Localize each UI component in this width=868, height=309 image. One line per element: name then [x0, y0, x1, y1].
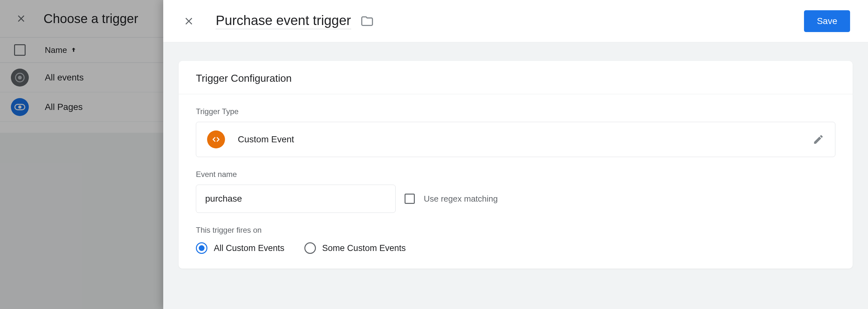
trigger-type-value: Custom Event	[238, 134, 800, 145]
editor-header: Purchase event trigger Save	[163, 0, 868, 42]
name-column-label: Name	[45, 45, 67, 55]
event-name-input[interactable]	[196, 185, 396, 213]
editor-body: Trigger Configuration Trigger Type Custo…	[163, 42, 868, 309]
close-icon[interactable]	[14, 11, 28, 26]
card-title: Trigger Configuration	[179, 61, 852, 94]
radio-label: All Custom Events	[214, 243, 284, 253]
trigger-type-section: Trigger Type Custom Event	[179, 94, 852, 157]
all-events-icon	[11, 68, 29, 87]
radio-some-custom-events[interactable]: Some Custom Events	[304, 242, 406, 254]
event-name-section: Event name Use regex matching	[179, 157, 852, 213]
trigger-name-input[interactable]: Purchase event trigger	[216, 13, 351, 29]
trigger-type-label: Trigger Type	[196, 107, 835, 116]
radio-icon	[196, 242, 208, 254]
radio-all-custom-events[interactable]: All Custom Events	[196, 242, 284, 254]
trigger-row-label: All events	[45, 73, 84, 83]
trigger-configuration-card: Trigger Configuration Trigger Type Custo…	[179, 61, 852, 269]
event-name-label: Event name	[196, 170, 835, 179]
pencil-icon[interactable]	[813, 134, 824, 145]
close-icon[interactable]	[181, 13, 196, 29]
fires-on-label: This trigger fires on	[196, 226, 835, 235]
save-button[interactable]: Save	[804, 10, 850, 32]
name-column-header[interactable]: Name	[45, 45, 77, 55]
regex-checkbox-label: Use regex matching	[424, 194, 498, 204]
trigger-row-label: All Pages	[45, 102, 83, 112]
radio-label: Some Custom Events	[322, 243, 406, 253]
radio-icon	[304, 242, 316, 254]
fires-on-section: This trigger fires on All Custom Events …	[179, 213, 852, 254]
chooser-title: Choose a trigger	[43, 11, 138, 26]
page-view-icon	[11, 98, 29, 116]
trigger-type-selector[interactable]: Custom Event	[196, 122, 835, 157]
folder-icon[interactable]	[361, 15, 373, 28]
select-all-checkbox[interactable]	[14, 44, 26, 56]
trigger-editor-panel: Purchase event trigger Save Trigger Conf…	[163, 0, 868, 309]
regex-checkbox[interactable]	[405, 194, 415, 204]
sort-ascending-icon	[70, 47, 77, 54]
custom-event-icon	[207, 131, 225, 148]
